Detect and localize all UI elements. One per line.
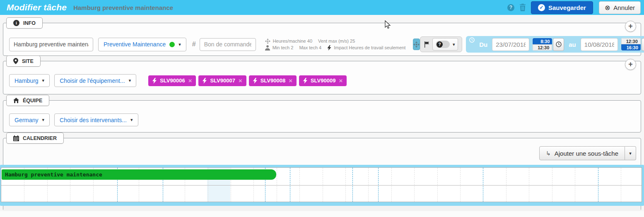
bolt-icon	[152, 78, 157, 84]
cancel-circle-icon: ⊗	[605, 4, 610, 12]
wind-max-label: Vent max (m/s)	[318, 39, 349, 43]
max-tech-label: Max tech	[299, 45, 318, 50]
date-range-panel: Du 8:30 12:30 au 12:30 16:30	[466, 36, 644, 53]
time-from-stack: 8:30 12:30	[533, 38, 552, 51]
gantt-task-bar[interactable]: Hamburg preventive maintenance	[2, 169, 276, 180]
task-stats: Heures/machine 40 Vent max (m/s) 25 Min …	[265, 38, 409, 51]
gantt-day-gridline	[414, 168, 415, 202]
members-placeholder: Choisir des intervenants...	[60, 117, 127, 123]
gantt-week-gridline	[290, 168, 290, 202]
chevron-down-icon: ▾	[178, 42, 181, 47]
page-subtitle: Hamburg preventive maintenance	[73, 4, 173, 11]
info-icon: i	[13, 20, 19, 26]
priority-dropdown[interactable]: ? ▾	[432, 38, 458, 51]
remove-tag-icon[interactable]: ×	[339, 77, 343, 84]
task-type-dropdown[interactable]: Preventive Maintenance ▾	[98, 38, 186, 51]
date-to-label: au	[567, 41, 577, 48]
priority-flag-group: ? ▾	[420, 36, 462, 52]
calendar-icon	[13, 135, 19, 141]
gantt-day-gridline	[323, 168, 323, 202]
page-title: Modifier tâche	[7, 2, 67, 12]
info-section: i INFO + Preventive Maintenance ▾ # Heur…	[3, 23, 641, 56]
gantt-grid[interactable]: Hamburg preventive maintenance	[1, 167, 642, 202]
remove-tag-icon[interactable]: ×	[239, 77, 242, 84]
gantt-day-gridline	[299, 168, 300, 202]
equipment-tag-label: SLV90008	[260, 77, 285, 84]
check-circle-icon: ✓	[538, 4, 545, 11]
save-button[interactable]: ✓ Sauvegarder	[531, 1, 593, 14]
technician-icon	[265, 45, 270, 51]
gantt-day-gridline	[277, 168, 277, 202]
cancel-button[interactable]: ⊗ Annuler	[599, 1, 641, 14]
equipment-tag[interactable]: SLV90009 ×	[299, 75, 347, 86]
site-add-button[interactable]: +	[625, 59, 636, 70]
help-icon[interactable]: ?	[507, 4, 514, 11]
task-type-label: Preventive Maintenance	[104, 41, 166, 48]
time-from-start[interactable]: 8:30	[533, 38, 552, 44]
impact-label: Impact	[334, 45, 347, 50]
date-to-input[interactable]	[581, 38, 618, 51]
bolt-icon	[253, 78, 257, 84]
hours-machine-label: Heures/machine	[273, 39, 306, 43]
order-number-input[interactable]	[200, 38, 256, 51]
gantt-week-gridline	[352, 168, 353, 202]
tab-team: ÉQUIPE	[6, 95, 49, 106]
gantt-week-gridline	[378, 168, 379, 202]
add-subtask-button[interactable]: ↳ Ajouter une sous-tâche	[539, 146, 625, 160]
tab-calendar: CALENDRIER	[6, 133, 64, 144]
gantt-week-gridline	[483, 168, 483, 202]
time-to-picker-button[interactable]	[642, 38, 644, 51]
info-add-button[interactable]: +	[625, 21, 636, 32]
clock-icon	[469, 37, 475, 43]
impact-bolt-icon	[327, 45, 331, 51]
equipment-tag-label: SLV90006	[160, 77, 185, 84]
min-tech-value: 2	[291, 45, 293, 50]
remove-tag-icon[interactable]: ×	[289, 77, 292, 84]
bolt-icon	[303, 78, 307, 84]
time-to-end[interactable]: 16:30	[621, 44, 641, 51]
tab-site-label: SITE	[22, 58, 34, 64]
gantt-timeline: Hamburg preventive maintenance	[0, 165, 644, 206]
tab-info-label: INFO	[23, 20, 36, 26]
add-subtask-split-button: ↳ Ajouter une sous-tâche ▾	[539, 146, 636, 160]
equipment-dropdown[interactable]: Choisir de l'équipement... ▾	[54, 74, 136, 87]
equipment-tag[interactable]: SLV90008 ×	[249, 75, 297, 86]
site-dropdown[interactable]: Hamburg ▾	[9, 74, 50, 87]
gantt-day-gridline	[529, 168, 529, 202]
max-tech-value: 4	[319, 45, 321, 50]
time-from-picker-button[interactable]	[553, 38, 564, 51]
chevron-down-icon: ▾	[453, 42, 455, 47]
cancel-button-label: Annuler	[613, 4, 635, 11]
equipment-tag[interactable]: SLV90006 ×	[148, 75, 196, 86]
bolt-icon	[203, 78, 207, 84]
chevron-down-icon: ▾	[129, 78, 131, 83]
page-bottom-area	[0, 211, 644, 217]
status-dot	[169, 42, 175, 47]
task-name-input[interactable]	[9, 38, 93, 51]
time-to-start[interactable]: 12:30	[621, 38, 641, 44]
priority-pill: ?	[436, 41, 450, 48]
gantt-day-gridline	[506, 168, 507, 202]
machine-hours-icon	[265, 39, 270, 44]
map-pin-icon	[13, 58, 18, 64]
home-icon	[13, 98, 19, 103]
tab-team-label: ÉQUIPE	[23, 98, 42, 104]
remove-tag-icon[interactable]: ×	[188, 77, 192, 84]
header-bar: Modifier tâche Hamburg preventive mainte…	[0, 0, 644, 15]
trash-icon[interactable]	[519, 4, 526, 11]
site-value: Hamburg	[14, 77, 39, 84]
equipment-tag[interactable]: SLV90007 ×	[198, 75, 246, 86]
gantt-day-gridline	[575, 168, 575, 202]
gantt-day-gridline	[621, 168, 621, 202]
drag-handle-button[interactable]	[413, 39, 420, 50]
add-subtask-caret-button[interactable]: ▾	[625, 146, 636, 160]
time-from-end[interactable]: 12:30	[533, 44, 552, 51]
members-dropdown[interactable]: Choisir des intervenants... ▾	[54, 113, 138, 126]
order-hash-label: #	[192, 41, 196, 48]
gantt-row-divider	[1, 185, 642, 186]
date-from-input[interactable]	[492, 38, 529, 51]
equipment-tag-label: SLV90009	[311, 77, 335, 84]
tab-info: i INFO	[6, 17, 43, 29]
tab-calendar-label: CALENDRIER	[23, 135, 57, 141]
team-dropdown[interactable]: Germany ▾	[9, 113, 50, 126]
